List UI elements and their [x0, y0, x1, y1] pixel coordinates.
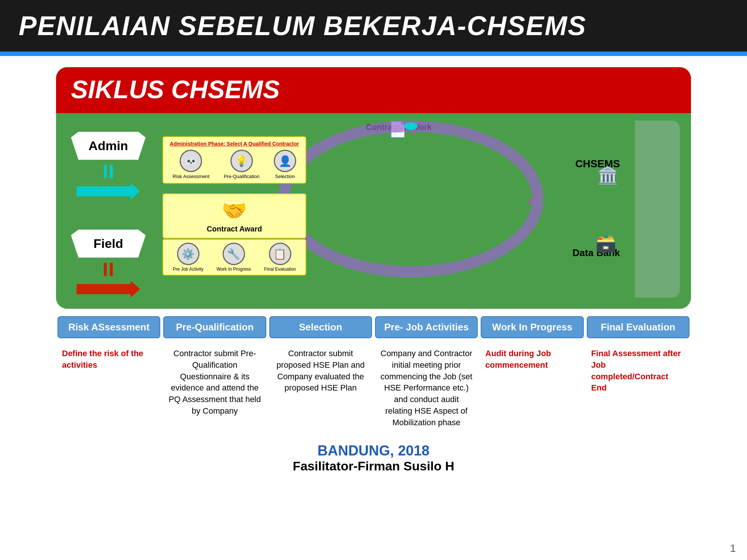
phase-desc-3: Company and Contractor initial meeting p… — [375, 345, 478, 432]
work-progress-icon: 🔧 — [223, 243, 245, 265]
admin-icons-row: 💀 Risk Assessment 💡 Pre-Qualification 👤 … — [167, 150, 302, 179]
pre-qual-label: Pre-Qualification — [224, 174, 260, 179]
admin-banner-item: Admin — [67, 132, 149, 200]
admin-line-1 — [104, 165, 107, 178]
left-banners: Admin Field — [67, 121, 149, 298]
page-number: 1 — [730, 542, 736, 554]
phase-box-1: Pre-Qualification — [163, 316, 266, 338]
accent-bar — [0, 52, 747, 56]
header: PENILAIAN SEBELUM BEKERJA-CHSEMS — [0, 0, 747, 52]
phase-desc-5: Final Assessment after Job completed/Con… — [587, 345, 689, 397]
field-banner-shape: Field — [71, 230, 146, 258]
diagram-header: SIKLUS CHSEMS — [56, 67, 691, 113]
risk-assessment-block: 💀 Risk Assessment — [173, 150, 210, 179]
work-progress-label: Work In Progress — [217, 267, 251, 272]
final-eval-label: Final Evaluation — [264, 267, 296, 272]
diagram-container: SIKLUS CHSEMS Admin Field — [56, 67, 691, 309]
handshake-icon: 🤝 — [221, 199, 247, 223]
footer: BANDUNG, 2018 Fasilitator-Firman Susilo … — [22, 432, 725, 477]
pre-job-icon: ⚙️ — [177, 243, 199, 265]
pre-qual-block: 💡 Pre-Qualification — [224, 150, 260, 179]
phase-box-4: Work In Progress — [481, 316, 583, 338]
footer-facilitator: Fasilitator-Firman Susilo H — [22, 459, 725, 473]
field-line-2 — [110, 263, 113, 276]
field-banner-item: Field — [67, 230, 149, 298]
admin-arrow — [77, 183, 140, 200]
phase-desc-2: Contractor submit proposed HSE Plan and … — [269, 345, 372, 397]
selection-icon-circle: 👤 — [274, 150, 296, 172]
work-progress-block: 🔧 Work In Progress — [217, 243, 251, 272]
field-arrow — [77, 281, 140, 298]
phase-desc-1: Contractor submit Pre-Qualification Ques… — [163, 345, 266, 420]
admin-banner-shape: Admin — [71, 132, 146, 160]
selection-label: Selection — [275, 174, 295, 179]
pre-qual-icon: 💡 — [230, 150, 253, 172]
final-eval-block: 📋 Final Evaluation — [264, 243, 296, 272]
phase-descriptions: Define the risk of the activities Contra… — [56, 345, 691, 432]
phase-box-2: Selection — [269, 316, 372, 338]
phase-timeline: Risk ASsessment Pre-Qualification Select… — [56, 316, 691, 338]
pre-job-block: ⚙️ Pre Job Activity — [173, 243, 204, 272]
chsems-icon: 🏛️ — [597, 165, 618, 185]
risk-icon: 💀 — [180, 150, 202, 172]
main-title: PENILAIAN SEBELUM BEKERJA-CHSEMS — [19, 10, 586, 41]
right-shadow — [635, 121, 680, 298]
phase-desc-0: Define the risk of the activities — [58, 345, 160, 374]
phase-desc-4: Audit during Job commencement — [481, 345, 583, 374]
svg-point-1 — [404, 122, 418, 130]
phase-box-0: Risk ASsessment — [58, 316, 160, 338]
diagram-body: Admin Field — [56, 113, 691, 309]
selection-block: 👤 Selection — [274, 150, 296, 179]
footer-city-year: BANDUNG, 2018 — [22, 443, 725, 459]
final-eval-icon: 📋 — [269, 243, 291, 265]
risk-label: Risk Assessment — [173, 174, 210, 179]
contract-award-box: 🤝 Contract Award — [162, 193, 306, 239]
admin-phase-box: Administration Phase: Select A Qualified… — [162, 136, 306, 184]
data-bank-icon: 🗃️ — [595, 233, 616, 253]
admin-line-2 — [110, 165, 113, 178]
diagram-title: SIKLUS CHSEMS — [71, 75, 676, 104]
field-line-1 — [104, 263, 107, 276]
admin-phase-title: Administration Phase: Select A Qualified… — [167, 141, 302, 147]
field-icons-row: ⚙️ Pre Job Activity 🔧 Work In Progress 📋… — [162, 239, 306, 276]
phase-box-5: Final Evaluation — [587, 316, 689, 338]
center-diagram: Contracted Work 📄 CHSEMS — [157, 121, 627, 277]
phase-box-3: Pre- Job Activities — [375, 316, 478, 338]
svg-point-0 — [284, 126, 538, 272]
contract-award-label: Contract Award — [207, 225, 262, 233]
main-content: SIKLUS CHSEMS Admin Field — [0, 56, 747, 485]
pre-job-label: Pre Job Activity — [173, 267, 204, 272]
